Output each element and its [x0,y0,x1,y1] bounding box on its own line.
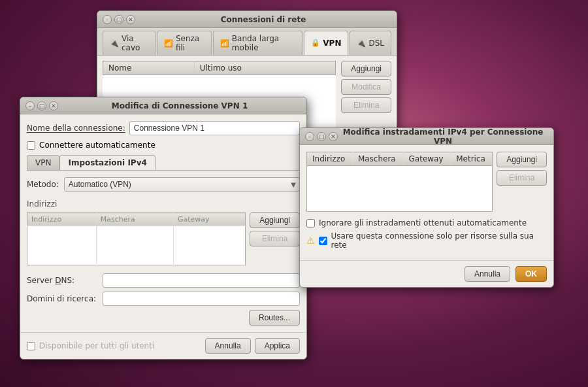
auto-connect-checkbox[interactable] [27,141,35,150]
routes-btn-area: Aggiungi Elimina [497,152,547,186]
net-connections-title: Connessioni di rete [135,15,391,24]
inner-tab-vpn-label: VPN [35,158,51,167]
tab-vpn-label: VPN [323,39,341,48]
addr-table: Indirizzo Maschera Gateway [27,212,246,265]
vpn-inner-tabs: VPN Impostazioni IPv4 [27,155,300,171]
addr-empty-cell-3 [174,226,246,265]
nc-aggiungi-button[interactable]: Aggiungi [341,61,391,76]
option1-label: Ignorare gli instradamenti ottenuti auto… [319,218,527,227]
connection-name-row: Nome della connessione: [27,121,300,135]
server-dns-label: Server DNS: [27,276,99,285]
addr-aggiungi-button[interactable]: Aggiungi [250,212,300,228]
server-dns-input[interactable] [103,273,300,288]
nc-elimina-button[interactable]: Elimina [341,97,391,113]
vpn-edit-content: Nome della connessione: Connettere autom… [20,114,306,332]
routes-titlebar-buttons: – □ ✕ [305,132,338,141]
vpn-bottom-buttons: Annulla Applica [205,338,300,354]
routes-close-button[interactable]: ✕ [329,132,338,141]
vpn-edit-titlebar: – □ ✕ Modifica di Connessione VPN 1 [20,97,306,114]
routes-empty-cell-2 [352,166,403,212]
nc-buttons: Aggiungi Modifica Elimina [341,61,391,127]
disponibile-checkbox[interactable] [27,342,35,350]
warning-icon: ⚠ [306,235,315,246]
routes-elimina-button[interactable]: Elimina [497,170,547,186]
nc-modifica-button[interactable]: Modifica [341,79,391,95]
metodo-label: Metodo: [27,180,59,189]
routes-aggiungi-button[interactable]: Aggiungi [497,152,547,167]
connection-name-input[interactable] [129,121,300,135]
addr-empty-cell-2 [96,226,173,265]
routes-table-wrapper: Indirizzo Maschera Gateway Metrica [306,152,493,212]
vpn-annulla-button[interactable]: Annulla [205,338,251,354]
disponibile-label: Disponibile per tutti gli utenti [39,341,154,350]
tab-banda-label: Banda larga mobile [232,34,295,52]
routes-col-maschera: Maschera [352,152,403,166]
dsl-icon: 🔌 [357,39,366,48]
vpn-minimize-button[interactable]: – [25,101,35,110]
vpn-titlebar-buttons: – □ ✕ [25,101,58,110]
vpn-applica-button[interactable]: Applica [255,338,300,354]
titlebar-buttons: – □ ✕ [103,15,135,24]
maximize-button[interactable]: □ [114,15,123,24]
routes-table: Indirizzo Maschera Gateway Metrica [306,152,493,212]
routes-button[interactable]: Routes... [249,310,300,326]
routes-table-body [307,166,493,212]
routes-maximize-button[interactable]: □ [317,132,326,141]
routes-titlebar: – □ ✕ Modifica instradamenti IPv4 per Co… [300,128,553,145]
domini-input[interactable] [103,292,300,306]
vpn-icon: 🔒 [311,39,320,47]
server-dns-text: Server DNS: [27,276,74,285]
routes-table-row: Indirizzo Maschera Gateway Metrica [306,152,547,212]
addr-header-row: Indirizzo Maschera Gateway [27,213,246,226]
tab-senzafili[interactable]: 📶 Senza fili [157,31,212,55]
disponibile-row: Disponibile per tutti gli utenti [27,341,154,350]
addr-empty-cell-1 [27,226,97,265]
routes-minimize-button[interactable]: – [305,132,314,141]
addr-col-indirizzo: Indirizzo [27,213,97,226]
metodo-row: Metodo: Automatico (VPN) ▼ [27,177,300,192]
col-ultimouso: Ultimo uso [194,61,336,75]
routes-empty-cell-4 [451,166,493,212]
option2-checkbox[interactable] [319,237,327,245]
tab-banda[interactable]: 📶 Banda larga mobile [213,31,302,55]
tab-cavo[interactable]: 🔌 Via cavo [103,31,155,55]
domini-label: Domini di ricerca: [27,294,99,303]
vpn-maximize-button[interactable]: □ [37,101,46,110]
domini-row: Domini di ricerca: [27,292,300,306]
routes-row: Routes... [27,310,300,326]
routes-dialog-title: Modifica instradamenti IPv4 per Connessi… [338,127,548,146]
close-button[interactable]: ✕ [126,15,135,24]
option2-row: ⚠ Usare questa connessione solo per riso… [306,231,547,250]
minimize-button[interactable]: – [103,15,112,24]
tab-dsl[interactable]: 🔌 DSL [350,31,391,55]
routes-dialog-window: – □ ✕ Modifica instradamenti IPv4 per Co… [299,127,554,288]
senzafili-icon: 📶 [164,39,173,48]
auto-connect-label: Connettere automaticamente [39,141,155,150]
routes-annulla-button[interactable]: Annulla [465,266,510,282]
banda-icon: 📶 [220,39,229,48]
inner-tab-ipv4[interactable]: Impostazioni IPv4 [59,155,155,170]
dns-underline: D [55,276,61,285]
tab-senzafili-label: Senza fili [176,34,204,52]
vpn-edit-window: – □ ✕ Modifica di Connessione VPN 1 Nome… [20,97,307,360]
option1-checkbox[interactable] [306,219,315,227]
routes-col-gateway: Gateway [403,152,451,166]
routes-ok-button[interactable]: OK [515,266,547,282]
routes-empty-cell-3 [403,166,451,212]
tab-vpn[interactable]: 🔒 VPN [304,31,348,55]
metodo-dropdown-wrapper: Automatico (VPN) ▼ [64,177,300,192]
main-tabs-bar: 🔌 Via cavo 📶 Senza fili 📶 Banda larga mo… [97,28,397,56]
inner-tab-vpn[interactable]: VPN [27,155,59,170]
addr-col-maschera: Maschera [96,213,173,226]
addr-empty-row [27,226,246,265]
net-connections-titlebar: – □ ✕ Connessioni di rete [97,11,397,28]
routes-empty-row [307,166,493,212]
routes-empty-cell-1 [307,166,353,212]
metodo-dropdown[interactable]: Automatico (VPN) [64,177,300,192]
vpn-close-button[interactable]: ✕ [49,101,58,110]
tab-dsl-label: DSL [368,39,384,48]
addr-elimina-button[interactable]: Elimina [250,231,300,246]
routes-header-row: Indirizzo Maschera Gateway Metrica [307,152,493,166]
connection-name-label: Nome della connessione: [27,124,125,133]
addr-row: Indirizzo Maschera Gateway Aggiungi El [27,212,300,268]
